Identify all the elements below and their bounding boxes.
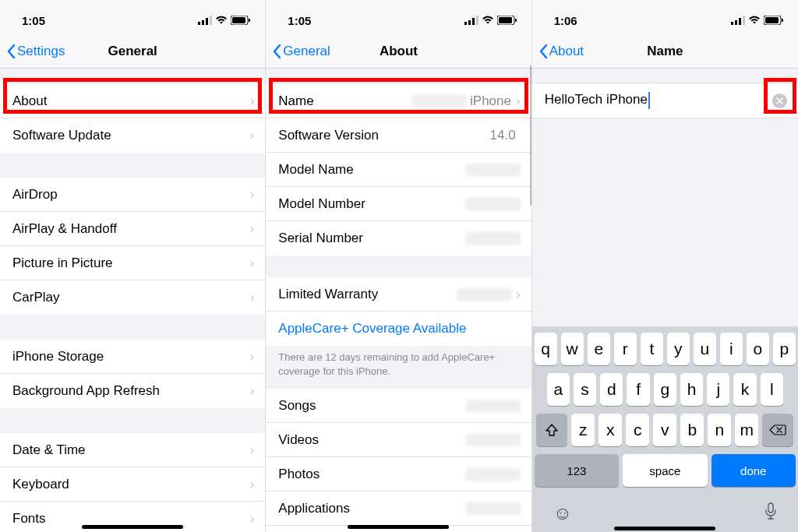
key-v[interactable]: v — [653, 414, 676, 446]
key-u[interactable]: u — [694, 333, 716, 365]
row-songs: Songs — [266, 389, 531, 423]
key-o[interactable]: o — [747, 333, 769, 365]
key-j[interactable]: j — [707, 373, 729, 406]
row-datetime[interactable]: Date & Time › — [0, 433, 265, 467]
key-h[interactable]: h — [680, 373, 703, 406]
row-keyboard[interactable]: Keyboard › — [0, 467, 265, 502]
status-icons — [731, 16, 784, 25]
key-k[interactable]: k — [733, 373, 756, 406]
keyboard: q w e r t y u i o p a s d f g h j k l z — [532, 326, 798, 532]
key-c[interactable]: c — [626, 414, 649, 446]
row-storage[interactable]: iPhone Storage › — [0, 340, 265, 374]
row-pip[interactable]: Picture in Picture › — [0, 246, 265, 280]
key-d[interactable]: d — [600, 373, 623, 406]
redacted-value — [457, 288, 511, 301]
key-r[interactable]: r — [614, 333, 637, 365]
emoji-button[interactable]: ☺ — [553, 502, 573, 524]
svg-rect-20 — [782, 19, 783, 22]
key-done[interactable]: done — [711, 454, 796, 487]
key-123[interactable]: 123 — [535, 454, 619, 487]
row-label: Limited Warranty — [278, 287, 378, 302]
key-i[interactable]: i — [720, 333, 743, 365]
redacted-value — [466, 164, 521, 176]
row-label: Background App Refresh — [12, 383, 160, 399]
svg-rect-5 — [232, 17, 245, 23]
row-label: iPhone Storage — [12, 349, 104, 365]
redacted-value — [466, 502, 521, 515]
key-n[interactable]: n — [708, 414, 731, 446]
back-button[interactable]: About — [538, 44, 584, 59]
key-b[interactable]: b — [680, 414, 704, 446]
row-airdrop[interactable]: AirDrop › — [0, 178, 265, 212]
row-model-name: Model Name — [266, 153, 531, 187]
svg-rect-9 — [472, 18, 475, 25]
redacted-value — [466, 400, 521, 412]
key-shift[interactable] — [536, 414, 567, 446]
back-label: General — [283, 44, 330, 59]
clear-text-button[interactable] — [772, 93, 787, 108]
row-label: Videos — [278, 432, 319, 448]
row-label: Photos — [278, 467, 320, 482]
key-t[interactable]: t — [641, 333, 663, 365]
key-w[interactable]: w — [561, 333, 584, 365]
key-g[interactable]: g — [654, 373, 676, 406]
chevron-left-icon — [272, 44, 281, 59]
chevron-right-icon: › — [250, 349, 255, 365]
row-label-link: AppleCare+ Coverage Available — [278, 321, 466, 336]
row-label: Name — [278, 93, 313, 109]
row-value: 14.0 — [490, 128, 516, 143]
home-indicator — [348, 525, 449, 529]
chevron-right-icon: › — [250, 187, 255, 203]
key-l[interactable]: l — [761, 373, 783, 406]
key-e[interactable]: e — [588, 333, 610, 365]
key-a[interactable]: a — [547, 373, 570, 406]
svg-rect-21 — [768, 503, 773, 513]
key-z[interactable]: z — [571, 414, 595, 446]
home-indicator — [82, 525, 183, 529]
key-space[interactable]: space — [623, 454, 707, 487]
redacted-value — [466, 468, 521, 481]
row-label: Picture in Picture — [12, 255, 113, 271]
row-label: AirPlay & Handoff — [12, 221, 117, 237]
key-q[interactable]: q — [535, 333, 557, 365]
row-label: Applications — [278, 501, 350, 516]
row-airplay[interactable]: AirPlay & Handoff › — [0, 212, 265, 246]
keyboard-row-1: q w e r t y u i o p — [535, 333, 796, 365]
back-button[interactable]: Settings — [6, 44, 65, 59]
chevron-right-icon: › — [250, 383, 255, 399]
back-label: Settings — [17, 44, 65, 59]
row-carplay[interactable]: CarPlay › — [0, 280, 265, 315]
row-software-update[interactable]: Software Update › — [0, 118, 265, 153]
chevron-right-icon: › — [250, 255, 255, 271]
back-label: About — [549, 44, 584, 59]
svg-rect-15 — [735, 20, 737, 25]
key-backspace[interactable] — [762, 414, 793, 446]
key-f[interactable]: f — [627, 373, 649, 406]
text-cursor — [648, 92, 650, 109]
nav-bar: General About — [266, 34, 531, 69]
row-bgrefresh[interactable]: Background App Refresh › — [0, 374, 265, 408]
backspace-icon — [769, 424, 786, 436]
key-x[interactable]: x — [598, 414, 622, 446]
svg-rect-17 — [743, 16, 745, 25]
name-input-row[interactable]: HelloTech iPhone — [532, 83, 798, 118]
row-name[interactable]: Name iPhone › — [266, 84, 531, 118]
row-warranty[interactable]: Limited Warranty › — [266, 277, 531, 312]
row-label: Software Update — [12, 128, 111, 143]
key-m[interactable]: m — [735, 414, 758, 446]
svg-rect-16 — [739, 18, 741, 25]
key-p[interactable]: p — [773, 333, 796, 365]
redacted-value — [412, 95, 467, 107]
chevron-right-icon: › — [250, 93, 255, 109]
nav-bar: About Name — [532, 34, 798, 69]
key-s[interactable]: s — [574, 373, 596, 406]
key-y[interactable]: y — [667, 333, 690, 365]
status-icons — [464, 16, 517, 25]
back-button[interactable]: General — [272, 44, 330, 59]
row-applecare[interactable]: AppleCare+ Coverage Available — [266, 312, 531, 346]
row-value: iPhone — [470, 93, 511, 109]
status-icons — [198, 16, 251, 25]
footnote: There are 12 days remaining to add Apple… — [266, 346, 531, 389]
row-about[interactable]: About › — [0, 84, 265, 118]
dictation-button[interactable] — [764, 502, 777, 524]
